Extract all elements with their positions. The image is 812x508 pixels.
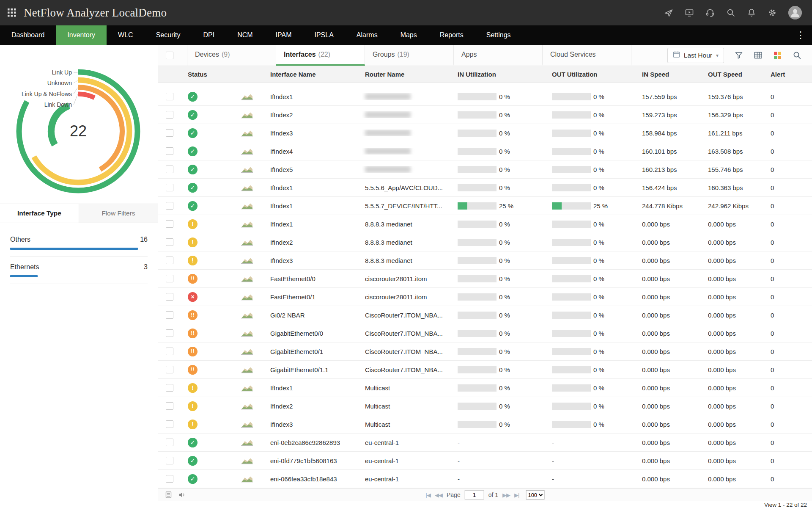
- table-row[interactable]: ! IfIndex18.8.8.3 medianet0 %0 %0.000 bp…: [158, 215, 812, 233]
- traffic-graph-icon[interactable]: [241, 402, 253, 411]
- table-row[interactable]: ✓ IfIndex30 %0 %158.984 bps161.211 bps0: [158, 124, 812, 142]
- traffic-graph-icon[interactable]: [241, 347, 253, 356]
- traffic-graph-icon[interactable]: [241, 475, 253, 483]
- nav-item-security[interactable]: Security: [145, 25, 192, 45]
- table-row[interactable]: ! IfIndex3Multicast0 %0 %0.000 bps0.000 …: [158, 415, 812, 433]
- search-icon[interactable]: [793, 51, 801, 60]
- inventory-tab-cloud-services[interactable]: Cloud Services: [543, 45, 631, 66]
- traffic-graph-icon[interactable]: [241, 365, 253, 374]
- traffic-graph-icon[interactable]: [241, 311, 253, 320]
- table-row[interactable]: ✓ IfIndex20 %0 %159.273 bps156.329 bps0: [158, 106, 812, 124]
- interface-type-row-ethernets[interactable]: Ethernets3: [10, 263, 148, 284]
- apps-grid-icon[interactable]: [8, 8, 16, 17]
- traffic-graph-icon[interactable]: [241, 438, 253, 447]
- table-row[interactable]: !! GigabitEthernet0/1.1CiscoRouter7.ITOM…: [158, 361, 812, 379]
- user-avatar[interactable]: [788, 6, 802, 19]
- traffic-graph-icon[interactable]: [241, 329, 253, 338]
- row-checkbox[interactable]: [166, 184, 173, 191]
- traffic-graph-icon[interactable]: [241, 92, 253, 101]
- column-header-in-utilization[interactable]: IN Utilization: [454, 71, 549, 78]
- traffic-graph-icon[interactable]: [241, 420, 253, 429]
- row-checkbox[interactable]: [166, 366, 173, 373]
- traffic-graph-icon[interactable]: [241, 183, 253, 192]
- inventory-tab-interfaces[interactable]: Interfaces(22): [276, 45, 365, 66]
- inventory-tab-groups[interactable]: Groups(19): [365, 45, 454, 66]
- table-row[interactable]: ! IfIndex2Multicast0 %0 %0.000 bps0.000 …: [158, 397, 812, 415]
- row-checkbox[interactable]: [166, 329, 173, 337]
- column-header-router-name[interactable]: Router Name: [362, 71, 454, 78]
- export-icon[interactable]: [165, 491, 173, 499]
- traffic-graph-icon[interactable]: [241, 220, 253, 229]
- traffic-graph-icon[interactable]: [241, 129, 253, 138]
- table-row[interactable]: !! FastEthernet0/0ciscorouter28011.itom0…: [158, 270, 812, 288]
- column-header-status[interactable]: Status: [184, 71, 239, 78]
- support-headset-icon[interactable]: [705, 8, 715, 17]
- nav-overflow-icon[interactable]: ⋮: [789, 25, 812, 45]
- row-checkbox[interactable]: [166, 111, 173, 119]
- traffic-graph-icon[interactable]: [241, 202, 253, 210]
- table-row[interactable]: !! Gi0/2 NBARCiscoRouter7.ITOM_NBA...0 %…: [158, 306, 812, 324]
- row-checkbox[interactable]: [166, 311, 173, 319]
- row-checkbox[interactable]: [166, 420, 173, 428]
- sidebar-tab-flow-filters[interactable]: Flow Filters: [79, 204, 158, 223]
- row-checkbox[interactable]: [166, 166, 173, 173]
- global-search-icon[interactable]: [726, 8, 735, 17]
- next-page-button[interactable]: ▶▶: [502, 492, 510, 498]
- table-row[interactable]: !! GigabitEthernet0/0CiscoRouter7.ITOM_N…: [158, 324, 812, 342]
- heatmap-view-icon[interactable]: [773, 51, 782, 60]
- nav-item-dpi[interactable]: DPI: [192, 25, 226, 45]
- column-header-out-speed[interactable]: OUT Speed: [705, 71, 767, 78]
- traffic-graph-icon[interactable]: [241, 256, 253, 265]
- sidebar-tab-interface-type[interactable]: Interface Type: [0, 204, 79, 223]
- filter-icon[interactable]: [735, 51, 743, 60]
- time-range-select[interactable]: Last Hour ▾: [667, 48, 724, 63]
- nav-item-ipam[interactable]: IPAM: [264, 25, 303, 45]
- table-row[interactable]: ✓ eni-0eb2ca86c92862893eu-central-1--0.0…: [158, 433, 812, 452]
- table-row[interactable]: ✓ eni-066fea33cfb18e843eu-central-1--0.0…: [158, 470, 812, 488]
- notifications-bell-icon[interactable]: [747, 8, 756, 17]
- row-checkbox[interactable]: [166, 384, 173, 392]
- nav-item-ncm[interactable]: NCM: [226, 25, 264, 45]
- inventory-tab-apps[interactable]: Apps: [454, 45, 543, 66]
- row-checkbox[interactable]: [166, 348, 173, 355]
- row-checkbox[interactable]: [166, 293, 173, 301]
- nav-item-maps[interactable]: Maps: [389, 25, 428, 45]
- inventory-tab-devices[interactable]: Devices(9): [187, 45, 276, 66]
- column-header-alert[interactable]: Alert: [767, 71, 812, 78]
- table-row[interactable]: ✓ IfIndex15.5.5.7_DEVICE/INT/HTT...25 %2…: [158, 197, 812, 215]
- table-row[interactable]: ! IfIndex38.8.8.3 medianet0 %0 %0.000 bp…: [158, 251, 812, 270]
- nav-item-dashboard[interactable]: Dashboard: [0, 25, 56, 45]
- table-row[interactable]: ✓ eni-0fd779c1bf5608163eu-central-1--0.0…: [158, 452, 812, 470]
- select-all-checkbox[interactable]: [166, 52, 173, 59]
- traffic-graph-icon[interactable]: [241, 384, 253, 392]
- traffic-graph-icon[interactable]: [241, 147, 253, 156]
- row-checkbox[interactable]: [166, 147, 173, 155]
- traffic-graph-icon[interactable]: [241, 274, 253, 283]
- row-checkbox[interactable]: [166, 129, 173, 137]
- table-row[interactable]: ✓ IfIndex10 %0 %157.559 bps159.376 bps0: [158, 88, 812, 106]
- demo-video-icon[interactable]: [685, 8, 694, 17]
- table-row[interactable]: ✓ IfIndex40 %0 %160.101 bps163.508 bps0: [158, 142, 812, 160]
- table-row[interactable]: ✓ IfIndex15.5.5.6_App/AVC/CLOUD...0 %0 %…: [158, 179, 812, 197]
- settings-gear-icon[interactable]: [768, 8, 777, 17]
- nav-item-ipsla[interactable]: IPSLA: [303, 25, 345, 45]
- row-checkbox[interactable]: [166, 457, 173, 464]
- table-row[interactable]: ! IfIndex1Multicast0 %0 %0.000 bps0.000 …: [158, 379, 812, 397]
- row-checkbox[interactable]: [166, 238, 173, 246]
- row-checkbox[interactable]: [166, 93, 173, 100]
- table-row[interactable]: ✓ IfIndex50 %0 %160.213 bps155.746 bps0: [158, 160, 812, 179]
- row-checkbox[interactable]: [166, 439, 173, 446]
- row-checkbox[interactable]: [166, 402, 173, 410]
- traffic-graph-icon[interactable]: [241, 456, 253, 465]
- column-header-out-utilization[interactable]: OUT Utilization: [549, 71, 639, 78]
- row-checkbox[interactable]: [166, 220, 173, 228]
- row-checkbox[interactable]: [166, 475, 173, 483]
- nav-item-reports[interactable]: Reports: [428, 25, 475, 45]
- last-page-button[interactable]: ▶|: [514, 492, 519, 498]
- row-checkbox[interactable]: [166, 257, 173, 264]
- column-header-interface-name[interactable]: Interface Name: [267, 71, 362, 78]
- nav-item-inventory[interactable]: Inventory: [56, 25, 107, 45]
- prev-page-button[interactable]: ◀◀: [435, 492, 442, 498]
- table-row[interactable]: ! IfIndex28.8.8.3 medianet0 %0 %0.000 bp…: [158, 233, 812, 251]
- traffic-graph-icon[interactable]: [241, 110, 253, 119]
